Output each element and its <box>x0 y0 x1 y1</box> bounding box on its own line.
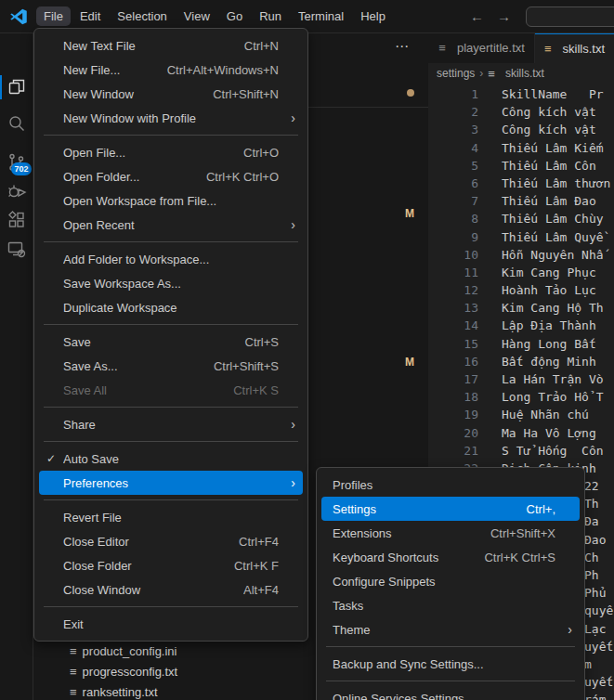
menu-item[interactable]: ✓ Close Editor Ctrl+F4 › <box>39 529 303 553</box>
command-search-input[interactable] <box>526 6 614 27</box>
code-line[interactable]: 20 Ma Ha Vô Lợng <box>428 424 614 442</box>
menu-item[interactable]: ✓ Revert File › <box>39 505 303 529</box>
line-number: 5 <box>428 157 478 175</box>
menu-item[interactable]: ✓ Auto Save › <box>39 447 303 471</box>
submenu-item-shortcut: Ctrl+, <box>527 502 555 516</box>
editor-tab[interactable]: ≡ playertitle.txt <box>429 32 535 63</box>
menubar-item[interactable]: Edit <box>72 6 108 26</box>
code-line[interactable]: 12 Hoành Tảo Lục <box>428 281 614 299</box>
menubar-item[interactable]: View <box>176 6 217 26</box>
line-text: Thiếu Lâm Côn <box>502 157 596 175</box>
code-line[interactable]: 21 S Tử Hống Côn <box>428 442 614 460</box>
menu-item[interactable]: ✓ Open Workspace from File... › <box>39 188 303 213</box>
explorer-icon[interactable] <box>7 77 27 97</box>
menu-item[interactable]: ✓ Save All Ctrl+K S › <box>39 378 303 402</box>
code-line[interactable]: 13 Kim Cang Hộ Th <box>428 299 614 317</box>
line-text: S Tử Hống Côn <box>502 442 604 460</box>
menu-item[interactable]: ✓ New Text File Ctrl+N › <box>39 33 303 58</box>
history-nav: ← → <box>470 0 511 32</box>
menu-item-shortcut: Ctrl+K Ctrl+O <box>206 170 279 184</box>
menubar-item[interactable]: Selection <box>110 6 174 26</box>
submenu-item[interactable]: Extensions Ctrl+Shift+X › <box>321 521 580 545</box>
submenu-item[interactable]: Configure Snippets › <box>321 569 580 593</box>
submenu-item[interactable]: Settings Ctrl+, › <box>321 497 580 521</box>
forward-arrow-icon[interactable]: → <box>497 8 511 24</box>
line-number: 7 <box>428 192 478 210</box>
line-text: Thiếu Lâm Quyề <box>502 228 604 246</box>
tab-label: playertitle.txt <box>457 41 525 55</box>
menu-item[interactable]: ✓ Close Window Alt+F4 › <box>39 577 303 602</box>
line-text: Thiếu Lâm Chùy <box>502 210 604 227</box>
submenu-item-label: Theme <box>333 623 544 637</box>
submenu-chevron-icon: › <box>282 217 295 232</box>
submenu-item[interactable]: Backup and Sync Settings... › <box>321 652 580 676</box>
menu-item[interactable]: ✓ Close Folder Ctrl+K F › <box>39 553 303 577</box>
submenu-item[interactable]: Profiles › <box>321 473 580 497</box>
activity-bar: 702 <box>0 32 33 700</box>
line-number: 8 <box>428 210 478 227</box>
code-line[interactable]: 4 Thiếu Lâm Kiếm <box>428 139 614 157</box>
code-line[interactable]: 5 Thiếu Lâm Côn <box>428 157 614 175</box>
submenu-item[interactable]: Online Services Settings › <box>321 686 580 700</box>
menu-item[interactable]: ✓ Add Folder to Workspace... › <box>39 247 303 271</box>
remote-explorer-icon[interactable] <box>7 239 27 259</box>
line-text: Kim Cang Hộ Th <box>502 299 604 317</box>
menu-item[interactable]: ✓ Duplicate Workspace › <box>39 295 303 319</box>
code-line[interactable]: 18 Long Trảo Hổ T <box>428 388 614 406</box>
submenu-item[interactable]: Keyboard Shortcuts Ctrl+K Ctrl+S › <box>321 545 580 569</box>
code-line[interactable]: 2 Công kích vật <box>428 103 614 121</box>
explorer-more-actions-icon[interactable]: ⋯ <box>395 38 410 55</box>
menu-item[interactable]: ✓ Save As... Ctrl+Shift+S › <box>39 354 303 378</box>
menu-item[interactable]: ✓ New Window Ctrl+Shift+N › <box>39 82 303 106</box>
menu-item-label: Close Folder <box>63 559 223 573</box>
submenu-item[interactable]: Theme › <box>321 617 580 642</box>
menu-item[interactable]: ✓ Preferences › <box>39 471 303 495</box>
search-icon[interactable] <box>7 113 27 134</box>
menu-separator <box>44 324 298 325</box>
menu-item-label: New Window with Profile <box>63 111 268 125</box>
code-line[interactable]: 15 Hàng Long Bất <box>428 335 614 353</box>
code-line[interactable]: 14 Lập Địa Thành <box>428 317 614 334</box>
submenu-item[interactable]: Tasks › <box>321 593 580 617</box>
menu-item[interactable]: ✓ Exit › <box>39 612 303 636</box>
breadcrumb-folder[interactable]: settings <box>437 67 475 80</box>
menubar-item[interactable]: Terminal <box>291 6 351 26</box>
menubar-item[interactable]: File <box>36 6 71 26</box>
breadcrumb-file[interactable]: skills.txt <box>505 67 544 80</box>
menu-item-shortcut: Ctrl+S <box>245 335 279 349</box>
code-line[interactable]: 3 Công kích vật <box>428 121 614 138</box>
code-line[interactable]: 6 Thiếu Lâm thươn <box>428 175 614 192</box>
line-number: 15 <box>428 335 478 353</box>
menu-item[interactable]: ✓ Save Workspace As... › <box>39 271 303 295</box>
code-line[interactable]: 9 Thiếu Lâm Quyề <box>428 228 614 246</box>
line-number: 18 <box>428 388 478 406</box>
code-line[interactable]: 17 La Hán Trận Vò <box>428 370 614 388</box>
source-control-badge: 702 <box>11 162 32 175</box>
menubar-item[interactable]: Run <box>252 6 289 26</box>
code-line[interactable]: 19 Huệ Nhãn chú <box>428 406 614 423</box>
menu-item-label: Open Folder... <box>63 170 195 184</box>
code-line[interactable]: 11 Kim Cang Phục <box>428 264 614 281</box>
submenu-item-label: Settings <box>333 502 516 516</box>
code-line[interactable]: 10 Hỗn Nguyên Nhấ <box>428 246 614 264</box>
menu-item[interactable]: ✓ Open Folder... Ctrl+K Ctrl+O › <box>39 164 303 188</box>
code-line[interactable]: 16 Bất động Minh <box>428 353 614 370</box>
run-debug-icon[interactable] <box>7 181 27 201</box>
menu-item[interactable]: ✓ Save Ctrl+S › <box>39 330 303 354</box>
menubar-item[interactable]: Help <box>353 6 393 26</box>
menu-item-shortcut: Ctrl+K S <box>233 383 279 397</box>
menu-separator <box>44 499 298 500</box>
menu-item[interactable]: ✓ New File... Ctrl+Alt+Windows+N › <box>39 58 303 82</box>
code-line[interactable]: 1 SkillName Pr <box>428 85 614 103</box>
menu-item[interactable]: ✓ New Window with Profile › <box>39 106 303 130</box>
editor-tab[interactable]: ≡ skills.txt <box>535 32 614 63</box>
menu-item[interactable]: ✓ Open Recent › <box>39 213 303 237</box>
back-arrow-icon[interactable]: ← <box>470 8 484 24</box>
menubar-item[interactable]: Go <box>219 6 250 26</box>
extensions-icon[interactable] <box>7 210 27 230</box>
menu-item[interactable]: ✓ Share › <box>39 412 303 436</box>
code-line[interactable]: 7 Thiếu Lâm Đao <box>428 192 614 210</box>
menu-item[interactable]: ✓ Open File... Ctrl+O › <box>39 140 303 164</box>
code-line[interactable]: 8 Thiếu Lâm Chùy <box>428 210 614 227</box>
menu-item-label: Revert File <box>63 511 268 525</box>
